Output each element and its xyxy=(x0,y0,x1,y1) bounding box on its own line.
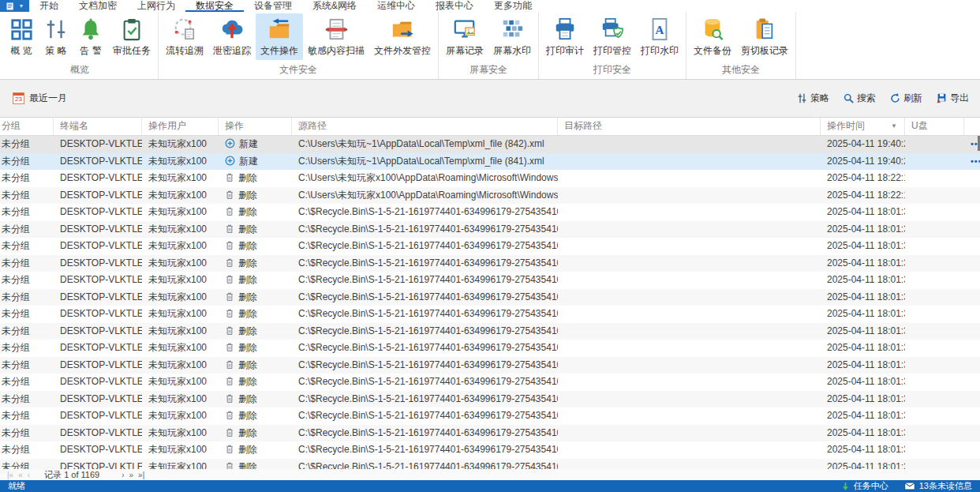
ribbon-button-cloud-up[interactable]: 泄密追踪 xyxy=(208,13,256,60)
column-header-8[interactable]: U盘 xyxy=(905,118,964,135)
action-label: 导出 xyxy=(950,92,969,105)
cell-6 xyxy=(558,323,821,340)
cell-8 xyxy=(905,238,964,255)
table-row[interactable]: 未分组DESKTOP-VLKTLE1未知玩家x100删除C:\$Recycle.… xyxy=(0,340,980,357)
table-row[interactable]: 未分组DESKTOP-VLKTLE1未知玩家x100删除C:\Users\未知玩… xyxy=(0,170,980,187)
menu-item-1[interactable]: 开始 xyxy=(29,0,69,12)
task-center-button[interactable]: 任务中心 xyxy=(841,480,888,492)
column-header-3[interactable]: 操作用户 xyxy=(142,118,219,135)
pager-next-3[interactable]: »| xyxy=(136,471,147,479)
table-row[interactable]: 未分组DESKTOP-VLKTLE1未知玩家x100删除C:\$Recycle.… xyxy=(0,357,980,374)
cell-6 xyxy=(558,272,821,289)
ribbon-button-grid[interactable]: 概 览 xyxy=(4,13,39,60)
cell-4: 删除 xyxy=(219,170,292,187)
cell-5: C:\$Recycle.Bin\S-1-5-21-1619774401-6349… xyxy=(292,441,558,459)
cell-1: 未分组 xyxy=(0,357,54,374)
action-refresh-button[interactable]: 刷新 xyxy=(890,92,922,105)
column-header-5[interactable]: 源路径 xyxy=(292,118,558,135)
pager-prev-2[interactable]: « xyxy=(16,471,25,479)
ribbon-button-printer-shield[interactable]: 打印管控 xyxy=(589,13,636,60)
cell-1: 未分组 xyxy=(0,459,54,470)
menu-item-7[interactable]: 运维中心 xyxy=(367,0,425,12)
ribbon-button-clipboard-doc[interactable]: 剪切板记录 xyxy=(736,13,793,60)
pager-next-1[interactable]: › xyxy=(119,471,126,479)
trash-icon xyxy=(225,273,234,289)
menu-item-6[interactable]: 系统&网络 xyxy=(302,0,367,12)
table-row[interactable]: 未分组DESKTOP-VLKTLE1未知玩家x100删除C:\$Recycle.… xyxy=(0,441,980,459)
cell-1: 未分组 xyxy=(0,425,54,442)
cell-actions xyxy=(964,306,980,323)
table-row[interactable]: 未分组DESKTOP-VLKTLE1未知玩家x100删除C:\Users\未知玩… xyxy=(0,187,980,205)
table-row[interactable]: 未分组DESKTOP-VLKTLE1未知玩家x100删除C:\$Recycle.… xyxy=(0,323,980,340)
table-row[interactable]: 未分组DESKTOP-VLKTLE1未知玩家x100删除C:\$Recycle.… xyxy=(0,255,980,272)
unread-messages-button[interactable]: 13条未读信息 xyxy=(904,480,972,492)
table-row[interactable]: 未分组DESKTOP-VLKTLE1未知玩家x100删除C:\$Recycle.… xyxy=(0,289,980,306)
menu-item-8[interactable]: 报表中心 xyxy=(425,0,484,12)
cell-4: 删除 xyxy=(219,425,292,442)
table-row[interactable]: 未分组DESKTOP-VLKTLE1未知玩家x100新建C:\Users\未知玩… xyxy=(0,136,980,153)
ribbon-button-monitor-pic[interactable]: 屏幕记录 xyxy=(441,13,488,60)
ribbon-button-cycle-doc[interactable]: 流转追溯 xyxy=(161,13,208,60)
table-row[interactable]: 未分组DESKTOP-VLKTLE1未知玩家x100删除C:\$Recycle.… xyxy=(0,204,980,221)
cell-5: C:\$Recycle.Bin\S-1-5-21-1619774401-6349… xyxy=(292,391,558,408)
table-row[interactable]: 未分组DESKTOP-VLKTLE1未知玩家x100删除C:\$Recycle.… xyxy=(0,425,980,442)
operation-label: 删除 xyxy=(238,342,257,353)
ribbon-button-label: 敏感内容扫描 xyxy=(308,44,365,58)
cell-3: 未知玩家x100 xyxy=(142,136,219,153)
operation-label: 删除 xyxy=(238,410,257,421)
pagination-bar: |««‹ 记录 1 of 1169 ›»»| xyxy=(0,469,980,480)
cell-2: DESKTOP-VLKTLE1 xyxy=(54,357,142,374)
ribbon-button-doc-scan[interactable]: 敏感内容扫描 xyxy=(303,13,369,60)
ribbon-button-printer[interactable]: 打印审计 xyxy=(541,13,589,60)
column-header-2[interactable]: 终端名 xyxy=(54,118,142,135)
table-row[interactable]: 未分组DESKTOP-VLKTLE1未知玩家x100删除C:\$Recycle.… xyxy=(0,272,980,289)
table-row[interactable]: 未分组DESKTOP-VLKTLE1未知玩家x100新建C:\Users\未知玩… xyxy=(0,153,980,171)
cell-3: 未知玩家x100 xyxy=(142,374,219,391)
table-row[interactable]: 未分组DESKTOP-VLKTLE1未知玩家x100删除C:\$Recycle.… xyxy=(0,306,980,323)
column-header-6[interactable]: 目标路径 xyxy=(558,118,821,135)
table-row[interactable]: 未分组DESKTOP-VLKTLE1未知玩家x100删除C:\$Recycle.… xyxy=(0,407,980,425)
ribbon-button-folder-return[interactable]: 文件操作 xyxy=(256,13,303,60)
pager-next-2[interactable]: » xyxy=(127,471,137,479)
ribbon-button-folder-out[interactable]: 文件外发管控 xyxy=(369,13,436,60)
pager-prev-3[interactable]: ‹ xyxy=(25,471,32,479)
table-row[interactable]: 未分组DESKTOP-VLKTLE1未知玩家x100删除C:\$Recycle.… xyxy=(0,459,980,470)
cell-4: 删除 xyxy=(219,187,292,205)
ribbon-button-db-search[interactable]: 文件备份 xyxy=(689,13,736,60)
row-actions-button[interactable]: ••• xyxy=(971,156,980,166)
cell-5: C:\$Recycle.Bin\S-1-5-21-1619774401-6349… xyxy=(292,255,558,272)
cell-3: 未知玩家x100 xyxy=(142,391,219,408)
column-header-label: 分组 xyxy=(2,120,21,131)
app-menu-button[interactable]: ▼ xyxy=(0,0,29,12)
ribbon-button-mosaic[interactable]: 屏幕水印 xyxy=(488,13,536,60)
grid-header-row: 分组终端名操作用户操作源路径目标路径操作时间▼U盘 xyxy=(0,118,980,136)
ribbon-button-sliders[interactable]: 策 略 xyxy=(39,13,73,60)
operation-label: 删除 xyxy=(238,223,257,235)
table-row[interactable]: 未分组DESKTOP-VLKTLE1未知玩家x100删除C:\$Recycle.… xyxy=(0,238,980,255)
menu-item-9[interactable]: 更多功能 xyxy=(484,0,542,12)
column-header-1[interactable]: 分组 xyxy=(0,118,54,135)
action-export-button[interactable]: 导出 xyxy=(937,92,969,105)
ribbon-button-doc-a[interactable]: A打印水印 xyxy=(636,13,683,60)
menu-item-5[interactable]: 设备管理 xyxy=(244,0,302,12)
pager-prev-1[interactable]: |« xyxy=(5,471,16,479)
date-range-filter[interactable]: 23 最近一月 xyxy=(13,92,67,105)
cell-7: 2025-04-11 19:40:27 xyxy=(821,153,905,171)
operation-label: 删除 xyxy=(238,274,257,285)
ribbon-button-clipboard-check[interactable]: 审批任务 xyxy=(108,13,155,60)
action-search-button[interactable]: 搜索 xyxy=(843,92,876,105)
filter-dropdown-icon[interactable]: ▼ xyxy=(891,118,897,134)
menu-item-4[interactable]: 数据安全 xyxy=(185,0,244,12)
column-header-4[interactable]: 操作 xyxy=(219,118,292,135)
column-header-7[interactable]: 操作时间▼ xyxy=(821,118,905,135)
table-row[interactable]: 未分组DESKTOP-VLKTLE1未知玩家x100删除C:\$Recycle.… xyxy=(0,374,980,391)
table-row[interactable]: 未分组DESKTOP-VLKTLE1未知玩家x100删除C:\$Recycle.… xyxy=(0,391,980,408)
ribbon-button-bell[interactable]: 告 警 xyxy=(73,13,108,60)
cell-5: C:\$Recycle.Bin\S-1-5-21-1619774401-6349… xyxy=(292,289,558,306)
column-header-label: 目标路径 xyxy=(564,120,602,131)
action-sliders-sm-button[interactable]: 策略 xyxy=(797,92,829,105)
action-label: 搜索 xyxy=(857,92,876,105)
menu-item-2[interactable]: 文档加密 xyxy=(69,0,127,12)
menu-item-3[interactable]: 上网行为 xyxy=(127,0,185,12)
table-row[interactable]: 未分组DESKTOP-VLKTLE1未知玩家x100删除C:\$Recycle.… xyxy=(0,221,980,238)
